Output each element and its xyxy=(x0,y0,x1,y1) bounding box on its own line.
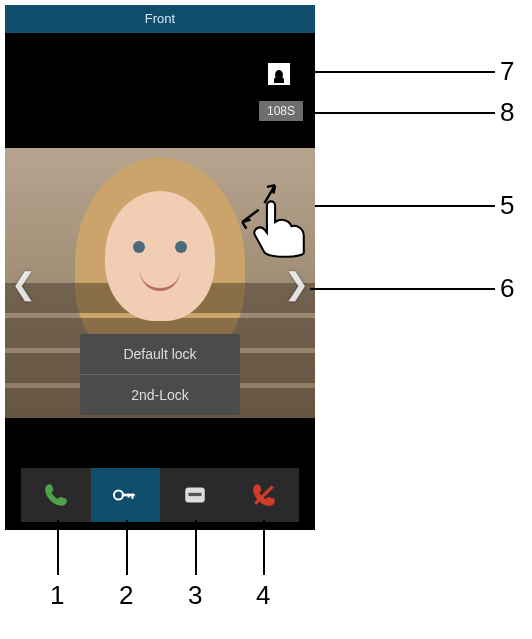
call-button[interactable] xyxy=(21,468,91,522)
callout-number-7: 7 xyxy=(500,56,514,87)
hangup-button[interactable] xyxy=(230,468,300,522)
callout-line xyxy=(126,520,128,575)
svg-rect-5 xyxy=(188,493,201,496)
callout-number-6: 6 xyxy=(500,273,514,304)
lock-option-label: 2nd-Lock xyxy=(131,387,189,403)
callout-line xyxy=(195,520,197,575)
page-title: Front xyxy=(145,11,175,26)
svg-rect-2 xyxy=(132,494,134,499)
svg-rect-3 xyxy=(128,494,130,498)
callout-number-5: 5 xyxy=(500,190,514,221)
callout-number-4: 4 xyxy=(256,580,270,611)
pinch-gesture-icon xyxy=(230,173,312,263)
lock-selection-popup: Default lock 2nd-Lock xyxy=(80,334,240,415)
callout-line xyxy=(57,520,59,575)
next-arrow-icon[interactable]: ❯ xyxy=(284,266,309,301)
unlock-button[interactable] xyxy=(91,468,161,522)
callout-line xyxy=(305,112,495,114)
prev-arrow-icon[interactable]: ❮ xyxy=(11,266,36,301)
lock-option-second[interactable]: 2nd-Lock xyxy=(80,375,240,415)
callout-number-1: 1 xyxy=(50,580,64,611)
callout-number-3: 3 xyxy=(188,580,202,611)
title-bar: Front xyxy=(5,5,315,33)
callout-line xyxy=(263,520,265,575)
svg-point-0 xyxy=(114,490,123,499)
callout-number-8: 8 xyxy=(500,97,514,128)
call-timer: 108S xyxy=(259,101,303,121)
lock-option-default[interactable]: Default lock xyxy=(80,334,240,375)
callout-number-2: 2 xyxy=(119,580,133,611)
callout-line xyxy=(315,205,495,207)
upper-black-area: 108S xyxy=(5,33,315,148)
callout-line xyxy=(300,71,495,73)
lock-option-label: Default lock xyxy=(123,346,196,362)
actuator-button[interactable] xyxy=(160,468,230,522)
info-icon[interactable] xyxy=(268,63,290,85)
intercom-app-screen: Front 108S ❮ ❯ Default lock 2nd-Lock xyxy=(5,5,315,530)
callout-line xyxy=(310,288,495,290)
video-placeholder-face xyxy=(105,191,215,321)
action-button-bar xyxy=(21,468,299,522)
